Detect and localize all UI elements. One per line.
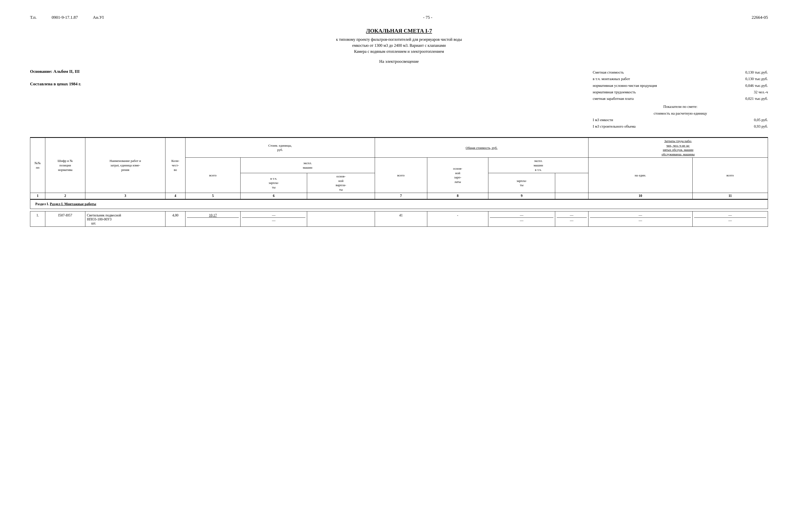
row1-unit-mach: — — [240, 211, 307, 227]
col-header-code: Шифр и №позициинорматива [45, 138, 86, 193]
section-row: Раздел I. Раздел I. Монтажные работы [30, 200, 768, 209]
info-left: Основание: Альбом II, III Составлена в ц… [30, 69, 81, 130]
col-num-3: 3 [86, 193, 166, 200]
doc-section: Ан.УI [93, 15, 103, 20]
section-row-label: Раздел I. Раздел I. Монтажные работы [35, 202, 96, 206]
title-block: ЛОКАЛЬНАЯ СМЕТА I-7 к типовому проекту ф… [30, 27, 768, 55]
composed-label: Составлена в ценах 1984 г. [30, 81, 81, 87]
col-num-5: 5 [186, 193, 241, 200]
col-header-total-cost: Общая стоимость, руб. [375, 138, 588, 158]
row1-code: I507-I057 [45, 211, 86, 227]
info-value-5: 0,021 тыс.руб. [745, 95, 768, 102]
col-sub-mach-wage: зарпла-ты [488, 173, 555, 193]
section-name: Раздел I. Монтажные работы [50, 202, 96, 206]
col-num-10: 10 [588, 193, 692, 200]
col-header-labor: Затраты труда рабо-чих, чел.-ч не за-нят… [588, 138, 768, 158]
row1-total-mach: — — [488, 211, 555, 227]
page-number: - 75 - [423, 15, 432, 20]
right-code: 22664-05 [752, 15, 768, 20]
col-header-num: №№пп [30, 138, 45, 193]
col-sub-labor-unit: на един. [588, 158, 692, 193]
col-sub-unit-mach-all: в т.ч.зарпла-ты [240, 173, 307, 193]
section-prefix: Раздел I. [35, 202, 50, 206]
section-label: На электроосвещение [30, 59, 768, 64]
doc-number: 0901-9-17.1.87 [52, 15, 78, 20]
subtitle1: к типовому проекту фильтров-поглотителей… [30, 37, 768, 42]
indicator-row-2: I м3 строительного объема 0,93 руб. [593, 123, 768, 130]
table-row: 1. I507-I057 Светильник подвеснойНПО3-10… [30, 211, 768, 227]
main-title: ЛОКАЛЬНАЯ СМЕТА I-7 [30, 27, 768, 34]
indicator-label-2: I м3 строительного объема [593, 123, 635, 130]
indicator-label-1: I м3 емкости [593, 117, 613, 123]
row1-total-all: 41 [375, 211, 427, 227]
info-value-4: 32 чел.-ч [754, 89, 768, 95]
info-value-1: 0,130 тыс.руб. [745, 69, 768, 76]
info-value-3: 0,046 тыс.руб. [745, 82, 768, 89]
col-sub-total-wage: основ-нойзарп-латы [427, 158, 488, 193]
col-sub-unit-mach: экспл.машин [240, 158, 375, 173]
row1-total-mach-wage: — — [555, 211, 588, 227]
info-label-5: сметная заработная плата [593, 95, 633, 102]
indicators-sub: стоимость на расчетную единицу [593, 110, 768, 117]
col-sub-unit-all: всего [186, 158, 241, 193]
info-label-2: в т.ч. монтажных работ [593, 76, 630, 82]
col-header-qty: Коли-чест-во [166, 138, 186, 193]
subtitle3: Камера с водяным отоплением и электроото… [30, 49, 768, 55]
row1-unit-all: 10,17 [186, 211, 241, 227]
info-row-4: нормативная трудоемкость 32 чел.-ч [593, 89, 768, 95]
col-sub-total-mach: экспл.машинв т.ч. [488, 158, 588, 173]
doc-type: Т.п. [30, 15, 37, 20]
table-header-row1: №№пп Шифр и №позициинорматива Наименован… [30, 138, 768, 158]
main-table: №№пп Шифр и №позициинорматива Наименован… [30, 137, 768, 227]
col-num-4: 4 [166, 193, 186, 200]
basis-label: Основание: Альбом II, III [30, 69, 81, 74]
col-header-name: Наименование работ изатрат, единица изме… [86, 138, 166, 193]
col-num-8: 8 [427, 193, 488, 200]
col-sub-labor-total: всего [692, 158, 768, 193]
col-num-6b [307, 193, 375, 200]
info-label-4: нормативная трудоемкость [593, 89, 636, 95]
col-num-6: 6 [240, 193, 307, 200]
indicator-value-2: 0,93 руб. [754, 123, 768, 130]
col-sub-total-all: всего [375, 158, 427, 193]
row1-qty: 4,00 [166, 211, 186, 227]
subtitle2: емкостью от 1300 м3 до 2400 м3. Вариант … [30, 42, 768, 49]
row1-num: 1. [30, 211, 45, 227]
info-block: Основание: Альбом II, III Составлена в ц… [30, 69, 768, 130]
col-num-11: 11 [692, 193, 768, 200]
row1-labor-unit: — — [588, 211, 692, 227]
info-right: Сметная стоимость 0,130 тыс.руб. в т.ч. … [593, 69, 768, 130]
info-label-3: нормативная условно-чистая продукция [593, 82, 657, 89]
indicators-title: Показатели по смете: [593, 103, 768, 110]
row1-labor-total: — — [692, 211, 768, 227]
info-row-5: сметная заработная плата 0,021 тыс.руб. [593, 95, 768, 102]
row1-unit-wage [307, 211, 375, 227]
col-num-1: 1 [30, 193, 45, 200]
col-sub-unit-wage: основ-нойварпла-ты [307, 173, 375, 193]
info-value-2: 0,130 тыс.руб. [745, 76, 768, 82]
col-num-9: 9 [488, 193, 555, 200]
page-header: Т.п. 0901-9-17.1.87 Ан.УI - 75 - 22664-0… [30, 15, 768, 20]
indicator-row-1: I м3 емкости 0,05 руб. [593, 117, 768, 123]
col-num-7: 7 [375, 193, 427, 200]
info-row-3: нормативная условно-чистая продукция 0,0… [593, 82, 768, 89]
spacer-row [30, 209, 768, 211]
table-col-numbers: 1 2 3 4 5 6 7 8 9 10 11 [30, 193, 768, 200]
header-left: Т.п. 0901-9-17.1.87 Ан.УI [30, 15, 103, 20]
row1-name: Светильник подвеснойНПО3-100-00УЗ шт. [86, 211, 166, 227]
col-header-unit-cost: Стоим. единицы,руб. [186, 138, 375, 158]
col-num-2: 2 [45, 193, 86, 200]
row1-total-wage: - [427, 211, 488, 227]
col-num-9b [555, 193, 588, 200]
indicator-value-1: 0,05 руб. [754, 117, 768, 123]
info-row-2: в т.ч. монтажных работ 0,130 тыс.руб. [593, 76, 768, 82]
info-row-1: Сметная стоимость 0,130 тыс.руб. [593, 69, 768, 76]
info-label-1: Сметная стоимость [593, 69, 624, 76]
